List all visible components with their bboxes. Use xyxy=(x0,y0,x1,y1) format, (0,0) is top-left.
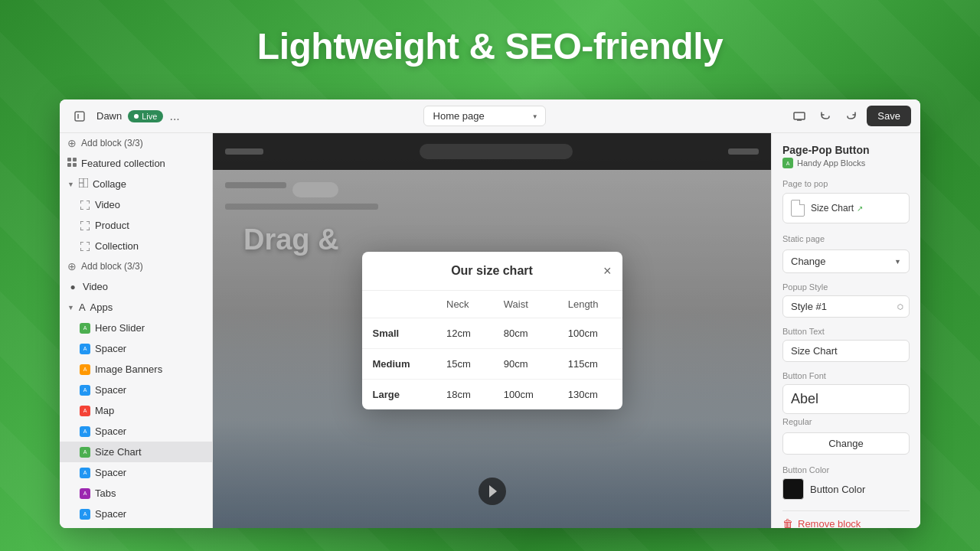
collage-grid-icon xyxy=(79,178,88,190)
left-sidebar: ⊕ Add block (3/3) Featured collection ▼ xyxy=(60,133,213,528)
live-label: Live xyxy=(142,112,157,121)
sidebar-item-featured-collection[interactable]: Featured collection xyxy=(60,153,212,174)
sidebar-item-collection[interactable]: Collection xyxy=(60,236,212,256)
sidebar-group-apps[interactable]: ▼ A Apps xyxy=(60,297,212,318)
change-btn-label: Change xyxy=(791,256,826,267)
tabs-label: Tabs xyxy=(95,487,116,499)
product-label: Product xyxy=(95,220,129,231)
preview-area: Drag & Our size chart × xyxy=(213,133,771,528)
spacer3-label: Spacer xyxy=(95,425,126,437)
resize-icon-collection xyxy=(80,241,90,252)
page-select[interactable]: Home page xyxy=(423,106,546,126)
live-dot xyxy=(134,114,139,119)
save-button[interactable]: Save xyxy=(867,106,911,126)
live-badge: Live xyxy=(128,110,163,122)
right-sidebar-inner: Page-Pop Button A Handy App Blocks Page … xyxy=(772,133,920,528)
sidebar-item-product[interactable]: Product xyxy=(60,215,212,236)
table-header-length: Length xyxy=(557,291,622,318)
spacer4-icon: A xyxy=(80,468,90,478)
color-swatch[interactable] xyxy=(782,478,804,500)
popup-style-select[interactable]: Style #1 xyxy=(782,295,910,318)
button-text-input[interactable] xyxy=(782,340,910,362)
spacer2-label: Spacer xyxy=(95,384,126,396)
color-label: Button Color xyxy=(810,484,865,495)
change-btn-caret: ▼ xyxy=(894,258,901,266)
remove-block-button[interactable]: 🗑 Remove block xyxy=(782,510,910,528)
size-chart-modal: Our size chart × Neck Waist Length xyxy=(362,252,622,409)
more-button[interactable]: ... xyxy=(169,109,179,123)
font-preview-box: Abel xyxy=(782,384,910,414)
right-panel-title: Page-Pop Button xyxy=(782,144,910,156)
table-cell-neck: 18cm xyxy=(436,380,493,410)
video-section-icon: ● xyxy=(67,282,78,292)
table-cell-size: Large xyxy=(362,380,436,410)
hero-slider-label: Hero Slider xyxy=(95,322,145,334)
change-font-button[interactable]: Change xyxy=(782,432,910,455)
collection-label: Collection xyxy=(95,240,139,252)
sidebar-item-tabs[interactable]: A Tabs xyxy=(60,483,212,504)
sidebar-item-video[interactable]: Video xyxy=(60,194,212,215)
svg-rect-5 xyxy=(67,158,71,161)
static-page-label: Static page xyxy=(782,234,910,243)
modal-table: Neck Waist Length Small 12cm 80cm 100cm … xyxy=(362,291,622,409)
sidebar-item-video-section[interactable]: ● Video xyxy=(60,276,212,297)
sidebar-item-spacer-2[interactable]: A Spacer xyxy=(60,380,212,400)
page-title: Lightweight & SEO-friendly xyxy=(257,25,723,67)
sidebar-item-spacer-1[interactable]: A Spacer xyxy=(60,338,212,359)
spacer3-icon: A xyxy=(80,426,90,437)
page-title-area: Lightweight & SEO-friendly xyxy=(0,0,980,92)
main-content: ⊕ Add block (3/3) Featured collection ▼ xyxy=(60,133,920,528)
tabs-icon: A xyxy=(80,488,90,499)
svg-rect-6 xyxy=(73,158,77,161)
color-row: Button Color xyxy=(782,478,910,500)
plus-icon-1: ⊕ xyxy=(67,137,77,149)
spacer4-label: Spacer xyxy=(95,467,126,478)
sidebar-item-image-banners[interactable]: A Image Banners xyxy=(60,359,212,380)
external-link-icon: ↗ xyxy=(857,204,863,213)
svg-rect-0 xyxy=(75,112,84,121)
redo-button[interactable] xyxy=(841,106,862,127)
table-row: Small 12cm 80cm 100cm xyxy=(362,318,622,349)
map-icon: A xyxy=(80,406,90,416)
sidebar-item-size-chart[interactable]: A Size Chart xyxy=(60,442,212,462)
size-chart-icon: A xyxy=(80,447,90,458)
sidebar-group-collage[interactable]: ▼ Collage xyxy=(60,174,212,194)
desktop-icon-button[interactable] xyxy=(789,106,810,127)
table-cell-neck: 15cm xyxy=(436,349,493,380)
map-label: Map xyxy=(95,405,114,416)
undo-button[interactable] xyxy=(815,106,836,127)
sidebar-item-spacer-4[interactable]: A Spacer xyxy=(60,462,212,483)
trash-icon: 🗑 xyxy=(782,517,793,528)
add-block-button-1[interactable]: ⊕ Add block (3/3) xyxy=(60,133,212,153)
svg-rect-7 xyxy=(67,163,71,167)
button-color-label: Button Color xyxy=(782,465,910,474)
page-to-pop-box[interactable]: Size Chart ↗ xyxy=(782,193,910,223)
size-chart-label: Size Chart xyxy=(95,446,142,458)
sidebar-item-spacer-3[interactable]: A Spacer xyxy=(60,421,212,442)
add-block-label-2: Add block (3/3) xyxy=(81,261,143,272)
table-cell-neck: 12cm xyxy=(436,318,493,349)
image-banners-label: Image Banners xyxy=(95,364,162,375)
change-button[interactable]: Change ▼ xyxy=(782,249,910,273)
add-block-button-2[interactable]: ⊕ Add block (3/3) xyxy=(60,256,212,276)
table-header-row: Neck Waist Length xyxy=(362,291,622,318)
sidebar-item-hero-slider[interactable]: A Hero Slider xyxy=(60,318,212,338)
page-to-pop-name: Size Chart xyxy=(811,203,854,214)
sidebar-item-map[interactable]: A Map xyxy=(60,400,212,421)
apps-caret: ▼ xyxy=(67,304,74,311)
top-bar: Dawn Live ... Home page xyxy=(60,99,920,133)
modal-overlay: Our size chart × Neck Waist Length xyxy=(213,133,771,528)
sidebar-item-spacer-5[interactable]: A Spacer xyxy=(60,504,212,524)
table-header-size xyxy=(362,291,436,318)
modal-close-button[interactable]: × xyxy=(603,264,612,278)
modal-header: Our size chart × xyxy=(362,252,622,291)
hero-slider-icon: A xyxy=(80,323,90,334)
page-to-pop-section-label: Page to pop xyxy=(782,179,910,188)
right-panel-subtitle: A Handy App Blocks xyxy=(782,158,910,168)
apps-label: Apps xyxy=(90,302,113,313)
table-row: Large 18cm 100cm 130cm xyxy=(362,380,622,410)
back-button[interactable] xyxy=(69,106,90,127)
table-cell-length: 115cm xyxy=(557,349,622,380)
image-banners-icon: A xyxy=(80,364,90,375)
app-badge-label: Handy App Blocks xyxy=(797,158,865,168)
